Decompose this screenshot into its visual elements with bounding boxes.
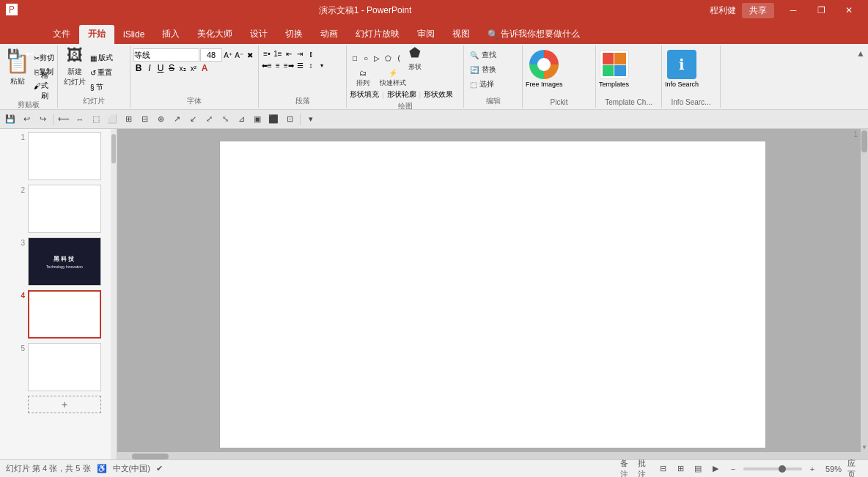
tab-review[interactable]: 审阅 <box>408 25 444 44</box>
qt-btn-8[interactable]: ↗ <box>169 112 184 127</box>
slide-item-4[interactable]: 4 <box>15 290 114 339</box>
restore-button[interactable]: ❐ <box>808 0 834 21</box>
layout-button[interactable]: ▦ 版式 <box>90 51 127 64</box>
qt-btn-13[interactable]: ▣ <box>250 112 265 127</box>
new-slide-button[interactable]: 🖼 新建 幻灯片 <box>61 48 89 85</box>
qt-btn-11[interactable]: ⤡ <box>218 112 232 127</box>
qt-undo-btn[interactable]: ↩ <box>19 112 34 127</box>
align-left-button[interactable]: ⬅≡ <box>262 60 272 70</box>
font-color-button[interactable]: A <box>199 63 210 73</box>
free-images-button[interactable]: Free Images <box>526 50 563 88</box>
zoom-out-button[interactable]: − <box>726 462 740 476</box>
close-button[interactable]: ✕ <box>836 0 862 21</box>
replace-button[interactable]: 🔄 替换 <box>467 63 499 76</box>
undo-qa-button[interactable]: ↩ <box>22 46 37 61</box>
slide-item-3[interactable]: 3 黑科技 Technology Innovation <box>15 237 114 286</box>
font-size-dec[interactable]: A⁻ <box>234 50 244 60</box>
slide-panel-scroll-thumb[interactable] <box>111 134 116 163</box>
tab-search[interactable]: 🔍 告诉我你想要做什么 <box>479 25 589 44</box>
qt-btn-9[interactable]: ↙ <box>185 112 200 127</box>
view-grid-button[interactable]: ⊞ <box>673 462 688 476</box>
qt-btn-3[interactable]: ⬚ <box>89 112 103 127</box>
quick-styles-button[interactable]: ⚡ 快速样式 <box>377 69 409 88</box>
qt-btn-4[interactable]: ⬜ <box>105 112 119 127</box>
qt-redo-btn[interactable]: ↪ <box>35 112 50 127</box>
format-brush-button[interactable]: 🖌 格式刷 <box>34 79 54 92</box>
slide-item-1[interactable]: 1 <box>15 132 114 180</box>
templates-button[interactable]: Templates <box>599 50 629 88</box>
view-slideshow-button[interactable]: ▶ <box>708 462 723 476</box>
indent-dec-button[interactable]: ⇤ <box>284 48 294 59</box>
minimize-button[interactable]: ─ <box>780 0 806 21</box>
qt-btn-1[interactable]: ⟵ <box>56 112 71 127</box>
slide-item-5[interactable]: 5 <box>15 343 114 391</box>
zoom-level[interactable]: 59% <box>823 462 845 476</box>
line-spacing-button[interactable]: ↕ <box>306 60 316 70</box>
scroll-down-arrow[interactable]: ▼ <box>861 443 868 451</box>
canvas-hscroll-thumb[interactable] <box>132 454 169 459</box>
font-name-select[interactable] <box>133 48 199 62</box>
align-center-button[interactable]: ≡ <box>273 60 283 70</box>
canvas-vscroll-thumb[interactable] <box>861 130 867 152</box>
reset-button[interactable]: ↺ 重置 <box>90 66 127 79</box>
save-qa-button[interactable]: 💾 <box>6 46 21 61</box>
slide-thumb-1[interactable] <box>28 132 101 180</box>
tab-islide[interactable]: iSlide <box>114 25 153 44</box>
tab-insert[interactable]: 插入 <box>153 25 188 44</box>
zoom-in-button[interactable]: + <box>805 462 820 476</box>
shape-3[interactable]: ▷ <box>372 53 382 63</box>
tab-view[interactable]: 视图 <box>444 25 479 44</box>
accessibility-icon[interactable]: ♿ <box>97 464 107 473</box>
slide-thumb-2[interactable] <box>28 185 101 233</box>
tab-animations[interactable]: 动画 <box>312 25 347 44</box>
notes-button[interactable]: 备注 <box>620 462 635 476</box>
shape-fill-button[interactable]: 形状填充 <box>350 89 379 100</box>
align-right-button[interactable]: ≡➡ <box>284 60 294 70</box>
justify-button[interactable]: ☰ <box>295 60 305 70</box>
shape-4[interactable]: ⬠ <box>383 53 393 63</box>
share-button[interactable]: 共享 <box>742 3 774 18</box>
shape-outline-button[interactable]: 形状轮廓 <box>387 89 416 100</box>
slide-item-2[interactable]: 2 <box>15 185 114 233</box>
qt-more-button[interactable]: ▾ <box>304 112 318 127</box>
add-slide-button[interactable]: + <box>28 396 101 413</box>
tab-home[interactable]: 开始 <box>79 25 114 44</box>
qt-btn-5[interactable]: ⊞ <box>121 112 136 127</box>
redo-qa-button[interactable]: ↪ <box>38 46 53 61</box>
clear-format-button[interactable]: ✖ <box>245 50 255 60</box>
shape-5[interactable]: ⟨ <box>394 53 404 63</box>
numbering-button[interactable]: 1≡ <box>273 48 283 59</box>
tab-slideshow[interactable]: 幻灯片放映 <box>347 25 408 44</box>
view-normal-button[interactable]: ⊟ <box>655 462 670 476</box>
columns-button[interactable]: ⫿ <box>306 48 316 59</box>
info-search-button[interactable]: ℹ Info Search <box>665 50 699 88</box>
zoom-slider[interactable] <box>743 467 802 470</box>
shape-1[interactable]: □ <box>350 53 360 63</box>
shape-effects-button[interactable]: 形状效果 <box>424 89 453 100</box>
qt-btn-6[interactable]: ⊟ <box>137 112 152 127</box>
font-size-select[interactable]: 48 <box>200 48 222 62</box>
find-button[interactable]: 🔍 查找 <box>467 48 499 62</box>
canvas-hscrollbar[interactable] <box>117 452 861 459</box>
indent-inc-button[interactable]: ⇥ <box>295 48 305 59</box>
fit-page-button[interactable]: 适应页面 <box>847 462 862 476</box>
view-reading-button[interactable]: ▤ <box>691 462 705 476</box>
tab-file[interactable]: 文件 <box>44 25 79 44</box>
select-button[interactable]: ⬚ 选择 <box>467 78 499 91</box>
tab-beautify[interactable]: 美化大师 <box>188 25 241 44</box>
spell-check-icon[interactable]: ✔ <box>156 464 163 473</box>
slide-thumb-4[interactable] <box>28 290 101 339</box>
qt-btn-10[interactable]: ⤢ <box>202 112 216 127</box>
section-button[interactable]: § 节 <box>90 81 127 94</box>
tab-transitions[interactable]: 切换 <box>276 25 312 44</box>
tab-design[interactable]: 设计 <box>241 25 276 44</box>
qt-btn-14[interactable]: ⬛ <box>266 112 281 127</box>
superscript-button[interactable]: x² <box>188 63 199 73</box>
paragraph-dropdown[interactable]: ▾ <box>317 60 327 70</box>
qt-btn-7[interactable]: ⊕ <box>153 112 168 127</box>
canvas-vscrollbar[interactable]: ▼ <box>861 129 868 459</box>
shape-2[interactable]: ○ <box>361 53 371 63</box>
ribbon-collapse-button[interactable]: ▲ <box>856 48 865 59</box>
bullets-button[interactable]: ≡• <box>262 48 272 59</box>
qt-btn-15[interactable]: ⊡ <box>282 112 297 127</box>
